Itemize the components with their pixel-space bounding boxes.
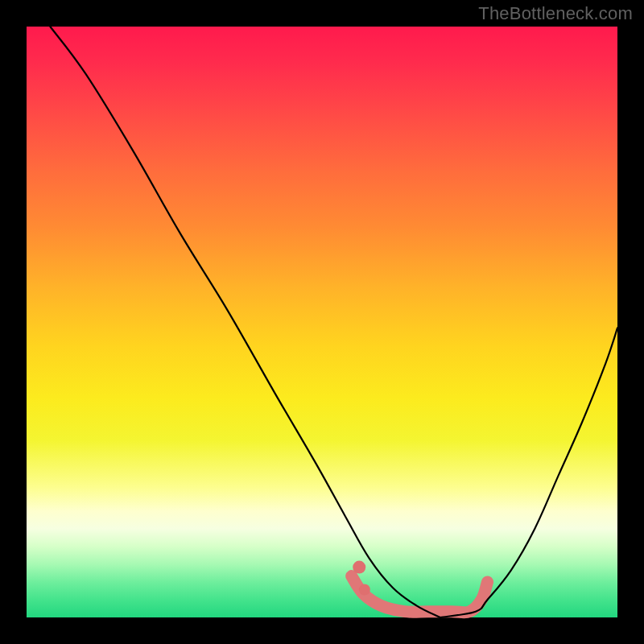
chart-plot-area [27,27,617,617]
chart-svg [27,27,617,617]
watermark-text: TheBottleneck.com [478,3,633,24]
curve-right [440,328,617,617]
curve-left [50,27,440,617]
highlight-band [352,561,488,613]
svg-point-1 [359,584,370,596]
svg-point-0 [353,561,365,574]
